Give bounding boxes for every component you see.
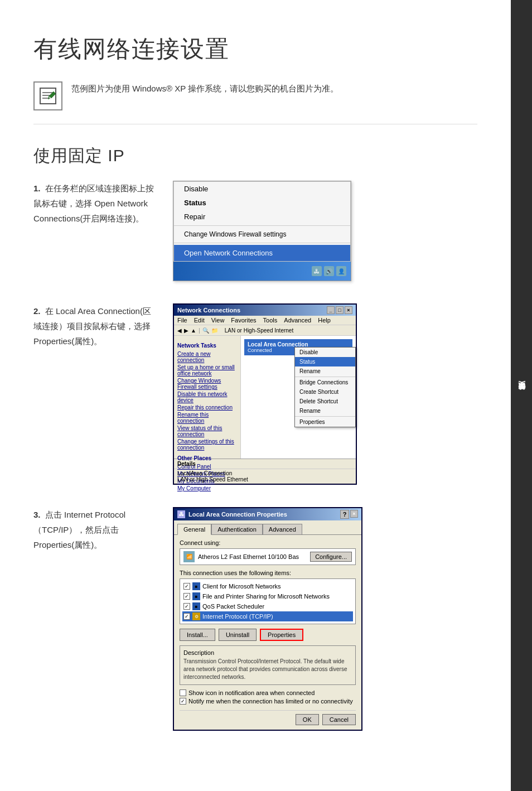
step-2-screenshot: Network Connections _ □ × File Edit View… xyxy=(173,303,477,485)
nc-toolbar-folders[interactable]: 📁 xyxy=(211,327,218,334)
nc-ctx-div2 xyxy=(295,416,355,417)
nc-task-disable[interactable]: Disable this network device xyxy=(177,391,237,403)
nc-ctx-disable[interactable]: Disable xyxy=(295,348,355,357)
cm-change-fw[interactable]: Change Windows Firewall settings xyxy=(174,228,350,241)
taskbar-area: 🖧 🔊 👤 xyxy=(173,262,351,281)
cm-disable[interactable]: Disable xyxy=(174,182,350,196)
context-menu: Disable Status Repair Change Windows Fir… xyxy=(173,181,351,262)
prop-uninstall-btn[interactable]: Uninstall xyxy=(219,629,257,641)
nc-task-repair[interactable]: Repair this connection xyxy=(177,404,237,411)
nc-ctx-shortcut[interactable]: Create Shortcut xyxy=(295,387,355,397)
nc-toolbar-search[interactable]: 🔍 xyxy=(202,327,209,334)
nc-ctx-properties[interactable]: Properties xyxy=(295,417,355,427)
nc-task-create[interactable]: Create a new connection xyxy=(177,351,237,363)
prop-notify-checkbox[interactable] xyxy=(180,698,186,705)
nc-task-rename[interactable]: Rename this connection xyxy=(177,412,237,424)
prop-item-3[interactable]: ⚙ Internet Protocol (TCP/IP) xyxy=(182,611,353,621)
nc-menu-help[interactable]: Help xyxy=(318,317,331,324)
nc-task-status[interactable]: View status of this connection xyxy=(177,425,237,437)
prop-item-3-checkbox[interactable] xyxy=(183,613,190,620)
prop-tabs: General Authentication Advanced xyxy=(174,520,361,534)
nc-menu-tools[interactable]: Tools xyxy=(263,317,278,324)
prop-properties-btn[interactable]: Properties xyxy=(260,629,303,641)
nc-minimize[interactable]: _ xyxy=(327,306,335,314)
nc-task-home[interactable]: Set up a home or small office network xyxy=(177,364,237,377)
nc-menu-file[interactable]: File xyxy=(177,317,187,324)
network-connections-window: Network Connections _ □ × File Edit View… xyxy=(173,303,357,485)
nc-ctx-rename2[interactable]: Rename xyxy=(295,406,355,416)
cm-status[interactable]: Status xyxy=(174,196,350,210)
nc-status-type: LAN or High Speed Ethernet xyxy=(177,476,352,483)
nc-toolbar-up[interactable]: ▲ xyxy=(191,327,196,334)
nc-ctx-menu: Disable Status Rename Bridge Connections… xyxy=(294,347,356,427)
prop-item-2: ■ QoS Packet Scheduler xyxy=(182,601,353,611)
step-2-text: 2. 在 Local Area Connection(区域连接）项目按鼠标右键，… xyxy=(33,303,156,349)
step-1: 1. 在任务栏的区域连接图标上按鼠标右键，选择 Open Network Con… xyxy=(33,181,477,281)
nc-ctx-bridge[interactable]: Bridge Connections xyxy=(295,378,355,387)
cm-divider2 xyxy=(174,243,350,243)
prop-show-icon-label: Show icon in notification area when conn… xyxy=(188,689,315,696)
prop-item-1: ■ File and Printer Sharing for Microsoft… xyxy=(182,591,353,601)
prop-help[interactable]: ? xyxy=(340,510,349,519)
step-1-description: 1. 在任务栏的区域连接图标上按鼠标右键，选择 Open Network Con… xyxy=(33,181,156,226)
prop-show-icon-checkbox[interactable] xyxy=(180,689,186,696)
step-1-text: 1. 在任务栏的区域连接图标上按鼠标右键，选择 Open Network Con… xyxy=(33,181,156,226)
step-3: 3. 点击 Internet Protocol（TCP/IP），然后点击 Pro… xyxy=(33,507,477,731)
nc-toolbar: ◀ ▶ ▲ | 🔍 📁 LAN or High-Speed Internet xyxy=(174,325,356,336)
step-2: 2. 在 Local Area Connection(区域连接）项目按鼠标右键，… xyxy=(33,303,477,485)
nc-title: Network Connections xyxy=(177,307,240,313)
nc-menubar: File Edit View Favorites Tools Advanced … xyxy=(174,316,356,325)
prop-cancel-btn[interactable]: Cancel xyxy=(322,714,356,725)
prop-tab-advanced[interactable]: Advanced xyxy=(263,524,302,534)
prop-adapter-row: 📶 Atheros L2 Fast Ethernet 10/100 Bas Co… xyxy=(180,548,356,565)
nc-statusbar: LocalArea Connection LAN or High Speed E… xyxy=(174,469,356,484)
prop-item-2-label: QoS Packet Scheduler xyxy=(202,603,264,610)
prop-show-icon-row: Show icon in notification area when conn… xyxy=(180,689,356,696)
prop-ok-btn[interactable]: OK xyxy=(296,714,319,725)
prop-item-0-icon: ■ xyxy=(192,582,200,590)
nc-menu-edit[interactable]: Edit xyxy=(194,317,205,324)
nc-menu-favorites[interactable]: Favorites xyxy=(231,317,256,324)
prop-tab-general[interactable]: General xyxy=(177,524,211,535)
prop-item-2-checkbox[interactable] xyxy=(183,603,190,610)
nc-menu-view[interactable]: View xyxy=(211,317,225,324)
nc-task-fw[interactable]: Change Windows Firewall settings xyxy=(177,378,237,390)
nc-menu-advanced[interactable]: Advanced xyxy=(284,317,311,324)
nc-ctx-status[interactable]: Status xyxy=(295,357,355,366)
prop-notify-row: Notify me when the connection has limite… xyxy=(180,698,356,705)
side-tab: 繁體中文 xyxy=(511,0,532,791)
prop-icon: 🖧 xyxy=(177,510,185,518)
nc-toolbar-label: LAN or High-Speed Internet xyxy=(225,327,293,334)
taskbar-icon-1: 🖧 xyxy=(312,266,322,276)
prop-titlebar-left: 🖧 Local Area Connection Properties xyxy=(177,510,287,518)
prop-item-1-checkbox[interactable] xyxy=(183,593,190,600)
cm-open-nc[interactable]: Open Network Connections xyxy=(174,245,350,261)
prop-title: Local Area Connection Properties xyxy=(188,511,287,518)
taskbar-icon-3: 👤 xyxy=(336,266,346,276)
nc-maximize[interactable]: □ xyxy=(336,306,344,314)
prop-item-0-checkbox[interactable] xyxy=(183,583,190,590)
prop-configure-btn[interactable]: Configure... xyxy=(310,552,352,562)
prop-item-2-icon: ■ xyxy=(192,602,200,610)
prop-item-3-icon: ⚙ xyxy=(192,612,200,620)
prop-tab-auth[interactable]: Authentication xyxy=(211,524,263,534)
nc-close[interactable]: × xyxy=(345,306,352,314)
step-2-description: 2. 在 Local Area Connection(区域连接）项目按鼠标右键，… xyxy=(33,303,156,349)
taskbar-icon-2: 🔊 xyxy=(324,266,334,276)
prop-install-btn[interactable]: Install... xyxy=(180,629,215,641)
note-icon xyxy=(33,81,62,110)
prop-adapter-icon: 📶 xyxy=(183,551,195,562)
nc-sidebar: Network Tasks Create a new connection Se… xyxy=(174,336,241,459)
nc-toolbar-forward[interactable]: ▶ xyxy=(184,327,188,334)
nc-ctx-rename[interactable]: Rename xyxy=(295,366,355,376)
nc-place-computer[interactable]: My Computer xyxy=(177,485,237,491)
note-text: 范例图片为使用 Windows® XP 操作系统，请以您购买的机台图片为准。 xyxy=(71,81,338,96)
nc-task-settings[interactable]: Change settings of this connection xyxy=(177,438,237,451)
prop-close[interactable]: × xyxy=(350,510,358,518)
nc-toolbar-back[interactable]: ◀ xyxy=(177,327,182,334)
nc-sidebar-network-tasks-label: Network Tasks xyxy=(177,343,237,349)
nc-toolbar-separator: | xyxy=(199,327,200,334)
cm-repair[interactable]: Repair xyxy=(174,210,350,224)
nc-ctx-delete[interactable]: Delete Shortcut xyxy=(295,397,355,406)
svg-line-4 xyxy=(49,96,49,99)
